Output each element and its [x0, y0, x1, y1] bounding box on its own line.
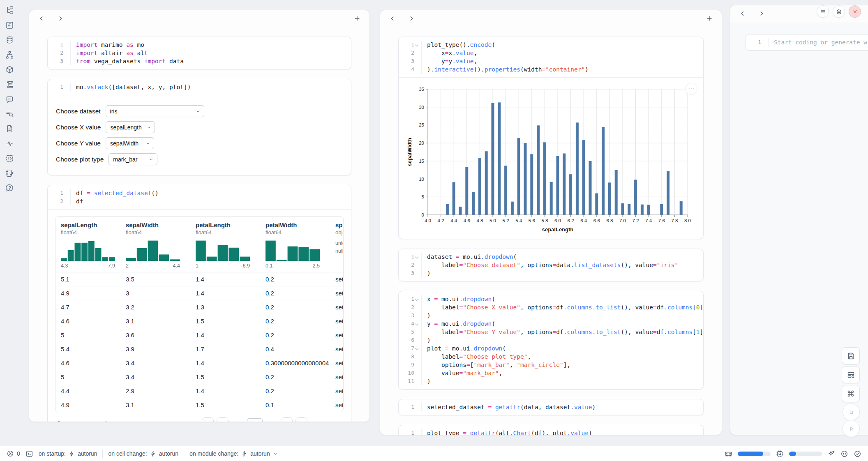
command-palette-button[interactable]: ⌘ — [842, 385, 860, 402]
code-line[interactable]: 1dataset = mo.ui.dropdown( — [399, 253, 703, 261]
table-row[interactable]: 4.42.91.40.2setos — [55, 384, 343, 398]
code-line[interactable]: 5 label="Choose Y value", options=df.col… — [399, 328, 703, 336]
code-line[interactable]: 3) — [399, 269, 703, 277]
scratchpad-icon[interactable] — [5, 168, 14, 177]
code-line[interactable]: 2 x=x.value, — [399, 49, 703, 57]
table-row[interactable]: 4.63.41.40.30000000000000004setos — [55, 356, 343, 370]
tracing-icon[interactable] — [5, 139, 14, 148]
code-editor[interactable]: 1 Start coding or generate with — [746, 35, 868, 50]
prev-page-button[interactable] — [217, 417, 229, 422]
code-line[interactable]: 4y = mo.ui.dropdown( — [399, 320, 703, 328]
code-line[interactable]: 2 label="Choose dataset", options=data.l… — [399, 261, 703, 269]
terminal-button[interactable] — [25, 450, 33, 458]
cell-vstack[interactable]: 1mo.vstack([dataset, x, y, plot]) Choose… — [47, 79, 351, 175]
code-line[interactable]: 10 value="mark_bar", — [399, 369, 703, 377]
code-line[interactable]: 2import altair as alt — [48, 49, 351, 57]
cell-imports[interactable]: 1import marimo as mo2import altair as al… — [47, 37, 351, 69]
run-button[interactable] — [843, 420, 860, 437]
chevron-right-icon[interactable] — [408, 15, 415, 22]
code-line[interactable]: 1x = mo.ui.dropdown( — [399, 295, 703, 303]
code-editor[interactable]: 1mo.vstack([dataset, x, y, plot]) — [48, 79, 351, 95]
code-line[interactable]: 1import marimo as mo — [48, 41, 351, 49]
chevron-left-icon[interactable] — [389, 15, 396, 22]
table-row[interactable]: 53.61.40.2setos — [55, 328, 343, 342]
dropdown-select[interactable]: iris — [106, 105, 204, 117]
cell-empty[interactable]: 1 Start coding or generate with — [745, 34, 868, 51]
dependency-graph-icon[interactable] — [5, 50, 14, 59]
code-editor[interactable]: 1selected_dataset = getattr(data, datase… — [399, 399, 703, 415]
last-page-button[interactable] — [295, 417, 307, 422]
chevron-right-icon[interactable] — [758, 10, 765, 17]
table-row[interactable]: 4.931.40.2setos — [55, 286, 343, 300]
fold-chevron-icon[interactable] — [416, 298, 418, 301]
code-line[interactable]: 2df — [48, 197, 351, 205]
download-button[interactable]: Download — [312, 420, 343, 422]
database-icon[interactable] — [5, 35, 14, 44]
code-line[interactable]: 1plot_type = getattr(alt.Chart(df), plot… — [399, 429, 703, 435]
code-line[interactable]: 1df = selected_dataset() — [48, 189, 351, 197]
table-row[interactable]: 4.63.11.50.2setos — [55, 314, 343, 328]
chevron-left-icon[interactable] — [38, 15, 45, 22]
vega-bar-chart[interactable]: 051015202530354.04.24.44.64.85.05.25.45.… — [405, 83, 697, 235]
code-line[interactable]: 11) — [399, 377, 703, 385]
help-icon[interactable] — [5, 183, 14, 192]
column-header[interactable]: sepalLengthfloat644.37.9 — [55, 221, 120, 269]
code-editor[interactable]: 1x = mo.ui.dropdown(2 label="Choose X va… — [399, 291, 703, 389]
code-editor[interactable]: 1dataset = mo.ui.dropdown(2 label="Choos… — [399, 249, 703, 281]
code-line[interactable]: 9 options=["mark_bar", "mark_circle"], — [399, 361, 703, 369]
add-column-icon[interactable] — [354, 15, 360, 22]
fold-chevron-icon[interactable] — [416, 347, 418, 350]
code-line[interactable]: 8 label="Choose plot type", — [399, 353, 703, 361]
chart-actions-icon[interactable]: ⋯ — [685, 83, 697, 95]
ai-sparkles-icon[interactable] — [827, 450, 835, 458]
fold-chevron-icon[interactable] — [416, 256, 418, 258]
cell-plot-type[interactable]: 1plot_type = getattr(alt.Chart(df), plot… — [398, 425, 704, 435]
on-cell-change-setting[interactable]: on cell change: autorun — [108, 450, 178, 457]
settings-button[interactable] — [833, 5, 845, 18]
fold-chevron-icon[interactable] — [416, 323, 418, 325]
chat-icon[interactable] — [5, 95, 14, 104]
cell-dataset-dropdown[interactable]: 1dataset = mo.ui.dropdown(2 label="Choos… — [398, 249, 704, 281]
code-line[interactable]: 2 label="Choose X value", options=df.col… — [399, 303, 703, 311]
code-line[interactable]: 7plot = mo.ui.dropdown( — [399, 344, 703, 353]
code-line[interactable]: 1plot_type().encode( — [399, 41, 703, 49]
column-header[interactable]: sepalWidthfloat6424.4 — [120, 221, 190, 269]
search-icon[interactable] — [56, 420, 62, 422]
column-header[interactable]: speciobjecuniqunulls: — [330, 221, 343, 269]
cell-selected-dataset[interactable]: 1selected_dataset = getattr(data, datase… — [398, 399, 704, 415]
error-counter[interactable]: 0 — [7, 450, 20, 457]
layout-button[interactable] — [842, 366, 860, 383]
on-module-change-setting[interactable]: on module change: autorun — [189, 450, 278, 457]
connection-status-icon[interactable] — [854, 450, 861, 458]
bar-chart[interactable]: 051015202530354.04.24.44.64.85.05.25.45.… — [404, 82, 698, 235]
script-icon[interactable] — [5, 80, 14, 89]
file-explorer-icon[interactable] — [5, 6, 14, 15]
next-page-button[interactable] — [281, 417, 293, 422]
on-startup-setting[interactable]: on startup: autorun — [39, 450, 97, 457]
cell-chart[interactable]: 1plot_type().encode(2 x=x.value,3 y=y.va… — [398, 37, 704, 239]
close-button[interactable] — [849, 5, 861, 18]
column-header[interactable]: petalWidthfloat640.12.5 — [260, 221, 330, 269]
table-row[interactable]: 4.73.21.30.2setos — [55, 300, 343, 314]
save-button[interactable] — [842, 347, 860, 364]
generate-link[interactable]: generate — [831, 39, 860, 46]
search-logs-icon[interactable] — [5, 109, 14, 118]
copilot-icon[interactable] — [840, 450, 848, 458]
cell-dataframe[interactable]: 1df = selected_dataset()2df sepalLengthf… — [47, 185, 351, 422]
first-page-button[interactable] — [202, 417, 214, 422]
code-line[interactable]: 1mo.vstack([dataset, x, y, plot]) — [48, 83, 351, 91]
code-line[interactable]: 3) — [399, 311, 703, 320]
dropdown-select[interactable]: sepalWidth — [106, 137, 154, 149]
code-editor[interactable]: 1plot_type().encode(2 x=x.value,3 y=y.va… — [399, 37, 703, 77]
dropdown-select[interactable]: mark_bar — [108, 153, 157, 165]
stop-button[interactable] — [843, 403, 860, 421]
cell-xy-plot-dropdowns[interactable]: 1x = mo.ui.dropdown(2 label="Choose X va… — [398, 291, 704, 390]
code-line[interactable]: 3 y=y.value, — [399, 57, 703, 65]
code-line[interactable]: 4).interactive().properties(width="conta… — [399, 65, 703, 74]
page-select[interactable]: 1 — [247, 418, 263, 422]
editor-placeholder[interactable]: Start coding or generate with — [769, 38, 868, 46]
add-column-icon[interactable] — [706, 15, 713, 22]
documentation-icon[interactable] — [5, 124, 14, 133]
code-line[interactable]: 1selected_dataset = getattr(data, datase… — [399, 403, 703, 411]
code-editor[interactable]: 1df = selected_dataset()2df — [48, 185, 351, 209]
